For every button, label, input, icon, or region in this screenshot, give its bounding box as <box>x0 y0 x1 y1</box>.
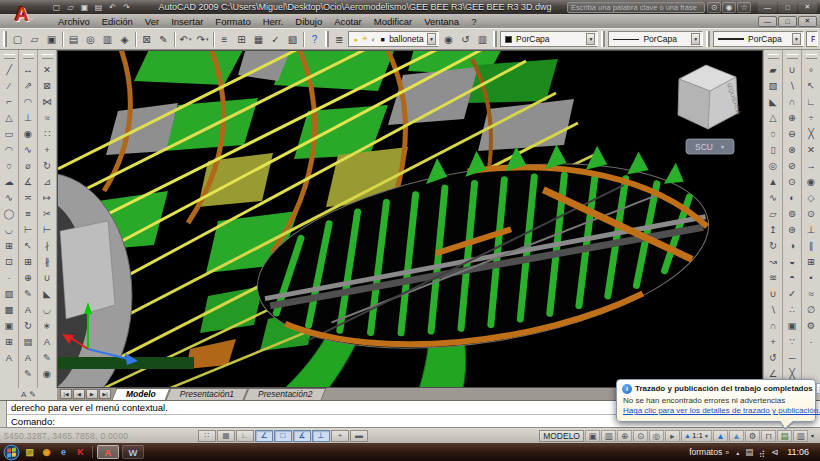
layer-properties-icon[interactable]: ≣ <box>331 31 347 48</box>
snap-center-icon[interactable]: ◉ <box>803 173 820 189</box>
3d-dwf-icon[interactable]: ◈ <box>116 31 133 48</box>
ordinate-icon[interactable]: ⊥ <box>20 109 37 125</box>
taskbar-clock[interactable]: 11:06 <box>783 447 817 457</box>
qplot-icon[interactable]: ▤ <box>92 2 105 13</box>
quick-view-layouts-icon[interactable]: ▥ <box>601 430 616 442</box>
offset-icon[interactable]: ≈ <box>39 109 56 125</box>
menu-item[interactable]: Ver <box>139 16 165 27</box>
copy-edges-icon[interactable]: ◑ <box>784 237 801 253</box>
clean-icon[interactable]: ✓ <box>784 285 801 301</box>
chevron-down-icon[interactable]: ▼ <box>586 33 595 45</box>
continue-dimension-icon[interactable]: ⊢ <box>20 221 37 237</box>
qopen-icon[interactable]: ▱ <box>64 2 77 13</box>
jogged-dimension-icon[interactable]: ∿ <box>20 141 37 157</box>
linear-dimension-icon[interactable]: ↔ <box>20 61 37 77</box>
start-button[interactable] <box>3 444 20 461</box>
loft-icon[interactable]: ≋ <box>765 269 782 285</box>
chevron-down-icon[interactable]: ▼ <box>792 33 801 45</box>
menu-item[interactable]: Formato <box>209 16 256 27</box>
make-object-layer-current-icon[interactable]: ◉ <box>440 31 457 48</box>
model-space-button[interactable]: MODELO <box>539 430 584 442</box>
favorites-icon[interactable]: ☆ <box>737 2 751 13</box>
annotation-scale-button[interactable]: ▲ 1:1 ▼ <box>681 430 712 442</box>
open-icon[interactable]: ▱ <box>26 31 43 48</box>
gradient-icon[interactable]: ▩ <box>1 301 18 317</box>
snap-perpendicular-icon[interactable]: ⊥ <box>803 221 820 237</box>
sheet-set-manager-icon[interactable]: ▦ <box>250 31 267 48</box>
tab-nav-button[interactable]: ▶ <box>86 389 98 399</box>
leader-icon[interactable]: ↖ <box>20 237 37 253</box>
notification-link[interactable]: Haga clic para ver los detalles de traza… <box>623 406 810 415</box>
quick-view-drawings-icon[interactable]: ▣ <box>585 430 600 442</box>
zoom-icon[interactable]: ⊙ <box>633 430 648 442</box>
dimension-style-icon[interactable]: ▤ <box>20 333 37 349</box>
break-icon[interactable]: ∦ <box>39 253 56 269</box>
tab-nav-button[interactable]: ▶| <box>99 389 111 399</box>
intersect-icon[interactable]: ∩ <box>765 317 782 333</box>
radius-dimension-icon[interactable]: ◉ <box>20 125 37 141</box>
menu-item[interactable]: Archivo <box>52 16 96 27</box>
chevron-down-icon[interactable]: ▼ <box>427 33 436 45</box>
menu-item[interactable]: Dibujo <box>289 16 328 27</box>
revision-cloud-icon[interactable]: ☁ <box>1 173 18 189</box>
layer-states-icon[interactable]: ▥ <box>474 31 491 48</box>
3d-move-icon[interactable]: + <box>765 333 782 349</box>
trim-icon[interactable]: ✂ <box>39 205 56 221</box>
match-properties-icon[interactable]: ✎ <box>155 31 172 48</box>
internet-explorer-icon[interactable]: e <box>56 445 71 459</box>
grid-toggle[interactable]: ▦ <box>217 430 235 442</box>
layout-tab[interactable]: Modelo <box>114 388 168 400</box>
text-icon[interactable]: A <box>39 333 56 349</box>
text-style-icon[interactable]: A <box>21 390 26 399</box>
snap-nearest-icon[interactable]: ≈ <box>803 285 820 301</box>
kaspersky-icon[interactable]: K <box>73 445 88 459</box>
chevron-down-icon[interactable]: ▼ <box>691 33 700 45</box>
insert-block-icon[interactable]: ⊞ <box>1 237 18 253</box>
union-icon[interactable]: ∪ <box>784 61 801 77</box>
menu-item[interactable]: Insertar <box>165 16 209 27</box>
coordinates-readout[interactable]: 5450.3287, 3465.7858, 0.0000 <box>4 431 156 441</box>
close-icon[interactable]: ✕ <box>816 383 820 394</box>
box-icon[interactable]: ▧ <box>765 77 782 93</box>
drawing-canvas[interactable]: IZQUIERDA SCU ▾ <box>57 50 763 388</box>
aligned-dimension-icon[interactable]: ⇗ <box>20 77 37 93</box>
check-icon[interactable]: ∵ <box>784 333 801 349</box>
quick-launch-1-icon[interactable]: ▨ <box>22 445 37 459</box>
command-window-grip[interactable] <box>0 401 7 427</box>
undo-icon[interactable]: ↶ <box>177 31 194 48</box>
pan-icon[interactable]: ⊕ <box>617 430 632 442</box>
clean-screen-icon[interactable]: ▥ <box>793 430 808 442</box>
polygon-icon[interactable]: △ <box>1 109 18 125</box>
chevron-icon[interactable]: » <box>725 449 729 456</box>
cylinder-icon[interactable]: ▯ <box>765 141 782 157</box>
snap-quadrant-icon[interactable]: ◇ <box>803 189 820 205</box>
field-icon[interactable]: ≡ <box>216 31 233 48</box>
arc-icon[interactable]: ◠ <box>1 141 18 157</box>
menu-item[interactable]: Edición <box>96 16 139 27</box>
dimension-text-edit-icon[interactable]: A <box>20 301 37 317</box>
minimize-drawing-button[interactable]: — <box>758 16 777 27</box>
menu-item[interactable]: Herr. <box>257 16 290 27</box>
snap-apparent-intersection-icon[interactable]: ✕ <box>803 141 820 157</box>
autocad-taskbar-button[interactable]: A <box>97 445 119 459</box>
annotation-autoscale-icon[interactable]: ▲ <box>729 430 744 442</box>
explode-icon[interactable]: ∗ <box>39 317 56 333</box>
qnew-icon[interactable]: ▢ <box>50 2 63 13</box>
line-icon[interactable]: ╱ <box>1 61 18 77</box>
3d-rotate-icon[interactable]: ↺ <box>765 349 782 365</box>
tray-clipboard-icon[interactable]: ▤ <box>743 447 755 457</box>
close-button[interactable]: ✕ <box>798 2 817 13</box>
mirror-icon[interactable]: ⋈ <box>39 93 56 109</box>
dimension-edit-icon[interactable]: ✎ <box>20 285 37 301</box>
join-icon[interactable]: ∪ <box>39 269 56 285</box>
qsave-icon[interactable]: ▣ <box>78 2 91 13</box>
tray-volume-icon[interactable]: ⊲ <box>769 447 781 457</box>
tolerance-icon[interactable]: ⊞ <box>20 253 37 269</box>
snap-midpoint-icon[interactable]: ÷ <box>803 109 820 125</box>
hatch-icon[interactable]: ▨ <box>1 285 18 301</box>
layer-previous-icon[interactable]: ↺ <box>457 31 474 48</box>
table-icon[interactable]: ⊞ <box>233 31 250 48</box>
point-filter-icon[interactable]: · <box>803 333 820 349</box>
copy-icon[interactable]: ⊠ <box>39 77 56 93</box>
polyline-icon[interactable]: ⌐ <box>1 93 18 109</box>
